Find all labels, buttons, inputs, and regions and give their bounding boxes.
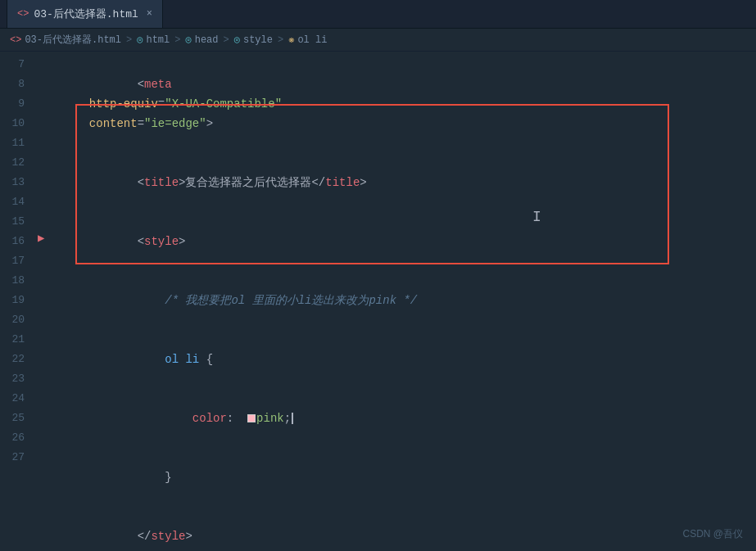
code-line-12: color: pink;	[34, 389, 756, 448]
code-line-10: /* 我想要把ol 里面的小li选出来改为pink */	[34, 271, 756, 330]
line-num-22: 22	[7, 350, 25, 369]
tab-file-icon: <>	[17, 8, 29, 20]
breadcrumb-head-icon: ◎	[185, 34, 191, 46]
breadcrumb-item-style: ◎ style	[234, 34, 273, 46]
line-num-9: 9	[7, 94, 25, 114]
breadcrumb-item-olli: ❋ ol li	[288, 34, 327, 46]
line-num-27: 27	[7, 448, 25, 467]
line-num-23: 23	[7, 369, 25, 389]
breadcrumb-style-icon: ◎	[234, 34, 240, 46]
line-numbers: 7 8 9 10 11 12 13 14 15 16 17 18 19 20 2…	[0, 52, 34, 551]
line-num-7: 7	[7, 55, 25, 75]
code-line-13: }	[34, 448, 756, 507]
line-num-15: 15	[7, 212, 25, 232]
line-num-10: 10	[7, 114, 25, 133]
line-num-12: 12	[7, 153, 25, 173]
breadcrumb-html-label: html	[146, 34, 170, 46]
line-num-21: 21	[7, 330, 25, 350]
breadcrumb-style-label: style	[243, 34, 273, 46]
line-num-16: 16	[7, 232, 25, 251]
line-num-18: 18	[7, 271, 25, 291]
code-line-7: <meta http-equiv="X-UA-Compatible" conte…	[34, 55, 756, 153]
tab-item[interactable]: <> 03-后代选择器.html ×	[7, 0, 163, 28]
line-num-26: 26	[7, 428, 25, 448]
breadcrumb-olli-icon: ❋	[288, 34, 294, 46]
breadcrumb-item-head: ◎ head	[185, 34, 218, 46]
color-swatch-pink	[247, 414, 256, 422]
line-num-14: 14	[7, 192, 25, 212]
breadcrumb-head-label: head	[195, 34, 219, 46]
watermark: CSDN @吾仪	[682, 527, 743, 541]
breadcrumb-sep-2: >	[174, 34, 180, 46]
breadcrumb-item-html: ◎ html	[137, 34, 170, 46]
line-num-8: 8	[7, 75, 25, 94]
breadcrumb-sep-3: >	[224, 34, 229, 46]
breadcrumb-html-icon: <>	[10, 34, 21, 46]
breadcrumb-html-tag-icon: ◎	[137, 34, 143, 46]
breadcrumb-item-file: <> 03-后代选择器.html	[10, 33, 121, 47]
tab-bar: <> 03-后代选择器.html ×	[0, 0, 756, 29]
tab-close-button[interactable]: ×	[147, 8, 152, 20]
tab-label: 03-后代选择器.html	[34, 7, 138, 21]
breadcrumb-olli-label: ol li	[297, 34, 327, 46]
breadcrumb-filename: 03-后代选择器.html	[25, 33, 121, 47]
line-num-20: 20	[7, 310, 25, 330]
line-num-13: 13	[7, 173, 25, 192]
code-line-14: </style>	[34, 507, 756, 551]
editor-area[interactable]: 7 8 9 10 11 12 13 14 15 16 17 18 19 20 2…	[0, 52, 756, 551]
breadcrumb-bar: <> 03-后代选择器.html > ◎ html > ◎ head > ◎ s…	[0, 29, 756, 52]
line-num-19: 19	[7, 291, 25, 310]
code-line-11: ol li {	[34, 330, 756, 389]
line-num-24: 24	[7, 389, 25, 409]
line-num-25: 25	[7, 409, 25, 428]
line-num-17: 17	[7, 251, 25, 271]
code-line-9: <style>	[34, 212, 756, 271]
code-line-8: <title>复合选择器之后代选择器</title>	[34, 153, 756, 212]
text-cursor	[292, 413, 293, 424]
breadcrumb-sep-4: >	[278, 34, 283, 46]
line-num-11: 11	[7, 133, 25, 153]
breadcrumb-sep-1: >	[126, 34, 132, 46]
code-content[interactable]: ▶ <meta http-equiv="X-UA-Compatible" con…	[34, 52, 756, 551]
